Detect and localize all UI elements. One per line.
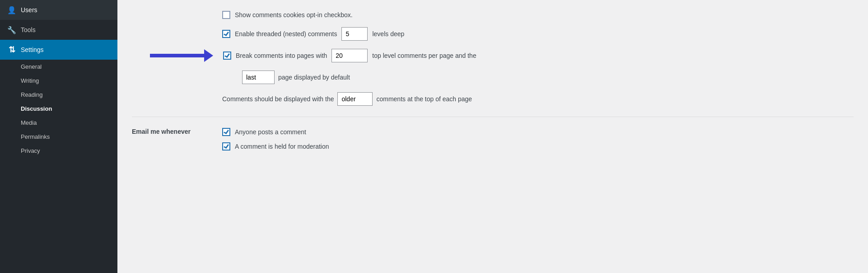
email-section-label-block: Email me whenever: [132, 128, 222, 151]
sidebar-item-media[interactable]: Media: [0, 116, 117, 130]
sidebar-arrow-icon: [106, 46, 110, 53]
submenu-general-label: General: [21, 63, 42, 70]
enable-threaded-checkbox[interactable]: [222, 30, 230, 38]
email-section-options: Anyone posts a comment A comment is held…: [222, 128, 854, 151]
user-icon: 👤: [7, 5, 16, 14]
break-comments-label-before: Break comments into pages with: [236, 52, 327, 59]
display-order-row: Comments should be displayed with the ol…: [132, 92, 854, 106]
email-held-moderation-checkbox[interactable]: [222, 142, 230, 151]
section-divider: [132, 117, 854, 117]
email-section-label: Email me whenever: [132, 126, 191, 135]
sidebar-item-writing[interactable]: Writing: [0, 74, 117, 88]
sidebar-users-label: Users: [21, 6, 37, 14]
email-anyone-posts-label: Anyone posts a comment: [235, 128, 306, 136]
show-comments-cookies-row: Show comments cookies opt-in checkbox.: [132, 11, 854, 19]
tools-icon: 🔧: [7, 25, 16, 34]
display-order-label-before: Comments should be displayed with the: [222, 95, 334, 103]
email-held-moderation-label: A comment is held for moderation: [235, 143, 329, 150]
sidebar-settings-label: Settings: [21, 46, 44, 53]
sidebar: 👤 Users 🔧 Tools ⇅ Settings General Writi…: [0, 0, 117, 273]
email-anyone-posts-row: Anyone posts a comment: [222, 128, 854, 136]
email-section: Email me whenever Anyone posts a comment…: [132, 128, 854, 151]
break-comments-label-after: top level comments per page and the: [372, 52, 476, 59]
enable-threaded-row: Enable threaded (nested) comments 5 2 3 …: [132, 27, 854, 41]
sidebar-item-permalinks[interactable]: Permalinks: [0, 130, 117, 144]
show-comments-cookies-label: Show comments cookies opt-in checkbox.: [235, 11, 353, 19]
threaded-level-select[interactable]: 5 2 3 4 6 7 8 9 10: [341, 27, 368, 41]
submenu-privacy-label: Privacy: [21, 147, 40, 154]
sidebar-item-reading[interactable]: Reading: [0, 88, 117, 102]
submenu-reading-label: Reading: [21, 91, 42, 98]
page-displayed-row: last first page displayed by default: [132, 71, 854, 84]
email-anyone-posts-checkbox[interactable]: [222, 128, 230, 136]
submenu-media-label: Media: [21, 119, 37, 126]
annotation-arrow: [150, 49, 213, 62]
sidebar-tools-label: Tools: [21, 26, 36, 33]
enable-threaded-label-after: levels deep: [372, 30, 404, 38]
arrow-head: [204, 49, 213, 62]
display-order-label-after: comments at the top of each page: [376, 95, 472, 103]
settings-icon: ⇅: [7, 45, 16, 54]
show-comments-cookies-checkbox[interactable]: [222, 11, 230, 19]
comment-order-select[interactable]: older newer: [337, 92, 373, 106]
break-comments-checkbox[interactable]: [223, 52, 231, 60]
sidebar-item-users[interactable]: 👤 Users: [0, 0, 117, 20]
enable-threaded-label-before: Enable threaded (nested) comments: [235, 30, 337, 38]
arrow-body: [150, 54, 204, 57]
sidebar-item-general[interactable]: General: [0, 60, 117, 74]
main-content: Show comments cookies opt-in checkbox. E…: [117, 0, 868, 273]
page-order-select[interactable]: last first: [242, 71, 275, 84]
break-comments-number-input[interactable]: [331, 49, 368, 62]
page-order-select-wrap: last first: [242, 71, 275, 84]
page-displayed-label: page displayed by default: [278, 74, 350, 81]
sidebar-item-tools[interactable]: 🔧 Tools: [0, 20, 117, 40]
break-comments-row: Break comments into pages with top level…: [132, 49, 854, 62]
email-held-moderation-row: A comment is held for moderation: [222, 142, 854, 151]
sidebar-item-settings[interactable]: ⇅ Settings: [0, 40, 117, 60]
submenu-discussion-label: Discussion: [21, 105, 52, 112]
threaded-level-select-wrap: 5 2 3 4 6 7 8 9 10: [341, 27, 368, 41]
sidebar-item-privacy[interactable]: Privacy: [0, 144, 117, 158]
submenu-permalinks-label: Permalinks: [21, 133, 50, 140]
comment-order-select-wrap: older newer: [337, 92, 373, 106]
submenu-writing-label: Writing: [21, 77, 39, 84]
sidebar-item-discussion[interactable]: Discussion: [0, 102, 117, 116]
